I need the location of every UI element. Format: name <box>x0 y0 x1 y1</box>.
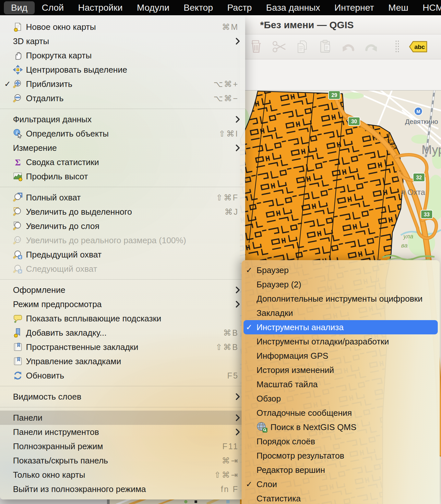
panels-submenu-item-10[interactable]: Обзор <box>242 391 440 406</box>
menu-item-17: 1:1Увеличить до реального размера (100%) <box>0 233 245 247</box>
metro-icon: М <box>414 107 423 115</box>
menu-item-10[interactable]: Измерение <box>0 141 245 155</box>
refresh-icon <box>13 371 23 380</box>
menu-item-25[interactable]: Пространственные закладки⇧⌘B <box>0 340 245 354</box>
paste-icon[interactable] <box>317 39 333 54</box>
prev-extent-icon <box>13 250 23 259</box>
menu-item-24[interactable]: Добавить закладку...⌘B <box>0 326 245 340</box>
menu-item-label: Фильтрация данных <box>13 114 234 125</box>
menu-item-35[interactable]: Только окно карты⇧⌘⇥ <box>0 468 245 482</box>
bookmark-icon <box>13 356 23 366</box>
chevron-right-icon <box>234 393 240 400</box>
menubar-item-9[interactable]: Меш <box>381 1 416 14</box>
shortcut-label: ⌥⌘− <box>214 94 239 103</box>
panels-submenu-item-2[interactable]: Браузер (2) <box>242 277 440 292</box>
panels-submenu-item-1[interactable]: ✓Браузер <box>242 263 440 277</box>
panels-submenu-item-11[interactable]: Отладочные сообщения <box>242 406 440 420</box>
submenu-item-label: Инструменты отладки/разработки <box>256 337 436 347</box>
menu-item-31[interactable]: Панели <box>0 411 245 425</box>
zoom-out-icon <box>13 93 23 103</box>
panels-submenu-item-15[interactable]: Редактор вершин <box>242 463 440 477</box>
panels-submenu-item-4[interactable]: Закладки <box>242 306 440 320</box>
cut-icon[interactable] <box>271 39 287 54</box>
panels-submenu-item-5[interactable]: ✓Инструменты анализа <box>244 320 438 334</box>
menu-item-26[interactable]: Управление закладками <box>0 354 245 368</box>
trash-icon[interactable] <box>248 39 264 54</box>
menu-item-3[interactable]: Прокрутка карты <box>0 48 245 63</box>
panels-submenu-item-8[interactable]: История изменений <box>242 363 440 377</box>
road-shield: 32 <box>413 173 425 182</box>
menu-item-18[interactable]: Предыдущий охват <box>0 247 245 262</box>
menu-item-label: Следующий охват <box>26 264 240 274</box>
panels-submenu-item-9[interactable]: Масштаб тайла <box>242 377 440 391</box>
menubar-item-6[interactable]: Растр <box>220 1 259 14</box>
menu-item-6[interactable]: Отдалить⌥⌘− <box>0 91 245 105</box>
panels-submenu-item-17[interactable]: Статистика <box>242 491 440 504</box>
menu-item-12[interactable]: Профиль высот <box>0 169 245 184</box>
menu-item-33[interactable]: Полноэкранный режимF11 <box>0 439 245 453</box>
window-titlebar[interactable]: *Без имени — QGIS <box>240 15 441 34</box>
menu-item-label: Профиль высот <box>26 172 240 182</box>
road-shield: 30 <box>348 117 360 126</box>
shortcut-label: ⇧⌘B <box>215 342 239 352</box>
menu-item-29[interactable]: Видимость слоев <box>0 390 245 404</box>
menu-item-label: Сводка статистики <box>26 157 240 167</box>
panels-submenu-item-12[interactable]: Поиск в NextGIS QMS <box>242 420 440 434</box>
menu-item-11[interactable]: ΣСводка статистики <box>0 155 245 169</box>
menubar-item-7[interactable]: База данных <box>259 1 328 14</box>
menu-item-36[interactable]: Выйти из полноэкранного режимаfn F <box>0 482 245 496</box>
menu-item-9[interactable]: iОпределить объекты⇧⌘I <box>0 126 245 141</box>
panels-submenu-item-16[interactable]: ✓Слои <box>242 477 440 491</box>
menu-item-23[interactable]: Показать всплывающие подсказки <box>0 311 245 326</box>
menu-item-2[interactable]: 3D карты <box>0 34 245 48</box>
menubar-item-3[interactable]: Настройки <box>71 1 130 14</box>
bookmark-icon <box>13 342 23 352</box>
menu-item-16[interactable]: Увеличить до слоя <box>0 219 245 233</box>
menu-item-label: Выйти из полноэкранного режима <box>13 484 221 494</box>
menu-item-label: Отдалить <box>26 93 214 103</box>
abc-label-icon[interactable]: abc <box>409 41 428 53</box>
menu-item-21[interactable]: Оформление <box>0 283 245 297</box>
map-bottom-strip <box>110 499 240 504</box>
menu-item-32[interactable]: Панели инструментов <box>0 425 245 439</box>
menu-item-27[interactable]: ОбновитьF5 <box>0 368 245 383</box>
menu-item-14[interactable]: Полный охват⇧⌘F <box>0 190 245 205</box>
menu-item-label: Предыдущий охват <box>26 250 240 260</box>
menu-item-8[interactable]: Фильтрация данных <box>0 112 245 126</box>
map-label: ва <box>401 242 408 249</box>
menu-item-label: Определить объекты <box>26 129 219 139</box>
menubar-item-8[interactable]: Интернет <box>327 1 381 14</box>
menu-item-15[interactable]: Увеличить до выделенного⌘J <box>0 205 245 219</box>
menu-item-label: Режим предпросмотра <box>13 299 234 309</box>
road-shield: 29 <box>328 91 340 99</box>
menu-item-22[interactable]: Режим предпросмотра <box>0 297 245 311</box>
submenu-item-label: Просмотр результатов <box>256 451 436 461</box>
menu-item-34[interactable]: Показать/скрыть панель⌘⇥ <box>0 453 245 468</box>
menu-item-1[interactable]: Новое окно карты⌘M <box>0 20 245 34</box>
submenu-item-label: Браузер (2) <box>256 280 436 290</box>
zoom-full-icon <box>13 193 23 202</box>
panels-submenu-item-7[interactable]: Информация GPS <box>242 349 440 363</box>
menubar-item-2[interactable]: Слой <box>35 1 71 14</box>
chevron-right-icon <box>234 38 240 45</box>
shortcut-label: ⇧⌘I <box>219 129 239 138</box>
panels-submenu-item-3[interactable]: Дополнительные инструменты оцифровки <box>242 292 440 306</box>
shortcut-label: ⌥⌘+ <box>214 79 239 89</box>
panels-submenu-item-14[interactable]: Просмотр результатов <box>242 449 440 463</box>
menubar-item-5[interactable]: Вектор <box>176 1 220 14</box>
menubar-item-4[interactable]: Модули <box>130 1 176 14</box>
menu-item-5[interactable]: ✓Приблизить⌥⌘+ <box>0 77 245 91</box>
drag-dots-icon[interactable] <box>395 40 400 54</box>
copy-icon[interactable] <box>294 39 310 54</box>
menu-item-label: Увеличить до слоя <box>26 221 240 231</box>
undo-icon[interactable] <box>340 39 356 54</box>
menu-item-4[interactable]: Центрировать выделение <box>0 63 245 77</box>
panels-submenu-item-6[interactable]: Инструменты отладки/разработки <box>242 334 440 349</box>
redo-icon[interactable] <box>364 39 379 54</box>
menubar-item-10[interactable]: HCMGIS <box>415 1 441 14</box>
panels-submenu-item-13[interactable]: Порядок слоёв <box>242 434 440 449</box>
center-selection-icon <box>13 65 23 75</box>
menubar-item-1[interactable]: Вид <box>4 1 35 14</box>
shortcut-label: ⇧⌘⇥ <box>214 470 239 480</box>
chevron-right-icon <box>234 428 240 436</box>
